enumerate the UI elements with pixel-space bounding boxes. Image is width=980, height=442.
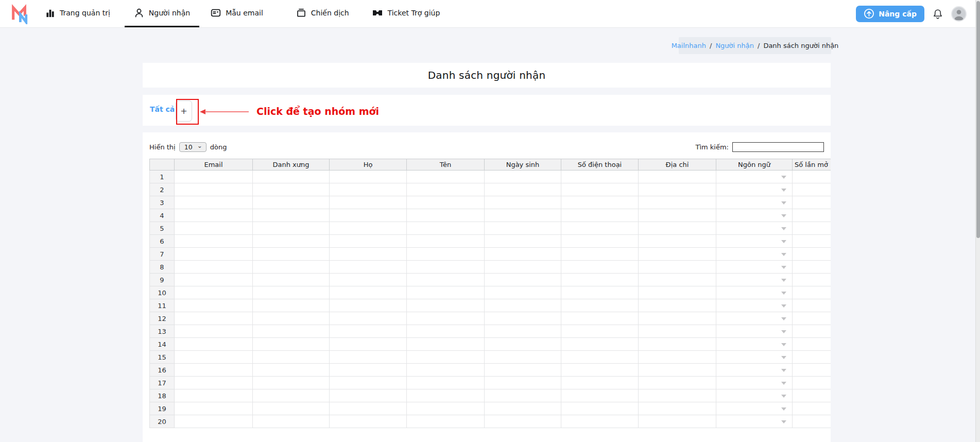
grid-cell[interactable] (561, 389, 639, 402)
grid-cell[interactable] (793, 402, 831, 415)
grid-cell[interactable] (330, 338, 407, 351)
nav-item-support-ticket[interactable]: Ticket Trợ giúp (363, 0, 450, 27)
language-dropdown-icon[interactable] (781, 420, 786, 423)
grid-cell[interactable] (253, 402, 330, 415)
grid-cell[interactable] (175, 274, 253, 286)
language-dropdown-icon[interactable] (781, 189, 786, 192)
grid-cell[interactable] (485, 312, 561, 325)
grid-cell[interactable] (793, 183, 831, 196)
grid-cell[interactable] (793, 286, 831, 299)
grid-cell[interactable] (716, 274, 793, 286)
grid-cell[interactable] (639, 325, 716, 338)
grid-cell[interactable] (561, 312, 639, 325)
grid-cell[interactable] (253, 209, 330, 222)
grid-cell[interactable] (175, 222, 253, 235)
grid-cell[interactable] (175, 299, 253, 312)
grid-cell[interactable] (793, 209, 831, 222)
grid-cell[interactable] (253, 299, 330, 312)
language-dropdown-icon[interactable] (781, 369, 786, 372)
grid-cell[interactable] (253, 222, 330, 235)
grid-cell[interactable] (407, 261, 485, 274)
grid-cell[interactable] (639, 248, 716, 261)
grid-cell[interactable] (407, 364, 485, 377)
grid-cell[interactable] (330, 402, 407, 415)
grid-cell[interactable] (175, 248, 253, 261)
grid-cell[interactable] (485, 209, 561, 222)
grid-cell[interactable] (175, 377, 253, 389)
grid-cell[interactable] (561, 415, 639, 428)
grid-cell[interactable] (639, 338, 716, 351)
grid-cell[interactable] (407, 286, 485, 299)
grid-cell[interactable] (253, 312, 330, 325)
bell-icon[interactable] (932, 8, 943, 20)
grid-cell[interactable] (639, 171, 716, 183)
grid-cell[interactable] (485, 261, 561, 274)
grid-cell[interactable] (407, 209, 485, 222)
grid-cell[interactable] (407, 248, 485, 261)
grid-cell[interactable] (330, 351, 407, 364)
grid-cell[interactable] (330, 196, 407, 209)
grid-cell[interactable] (639, 351, 716, 364)
grid-cell[interactable] (639, 183, 716, 196)
language-dropdown-icon[interactable] (781, 240, 786, 243)
grid-cell[interactable] (485, 235, 561, 248)
language-dropdown-icon[interactable] (781, 382, 786, 385)
grid-cell[interactable] (175, 338, 253, 351)
language-dropdown-icon[interactable] (781, 214, 786, 217)
grid-cell[interactable] (793, 171, 831, 183)
breadcrumb-link-recipients[interactable]: Người nhận (715, 42, 754, 49)
grid-cell[interactable] (639, 402, 716, 415)
grid-cell[interactable] (485, 415, 561, 428)
grid-cell[interactable] (793, 299, 831, 312)
grid-cell[interactable] (407, 377, 485, 389)
grid-cell[interactable] (485, 286, 561, 299)
grid-cell[interactable] (561, 364, 639, 377)
language-dropdown-icon[interactable] (781, 176, 786, 179)
grid-cell[interactable] (793, 274, 831, 286)
grid-cell[interactable] (253, 364, 330, 377)
grid-cell[interactable] (253, 274, 330, 286)
language-dropdown-icon[interactable] (781, 266, 786, 269)
grid-cell[interactable] (330, 222, 407, 235)
grid-cell[interactable] (485, 351, 561, 364)
grid-cell[interactable] (485, 222, 561, 235)
grid-cell[interactable] (485, 325, 561, 338)
upgrade-button[interactable]: Nâng cấp (856, 6, 924, 22)
language-dropdown-icon[interactable] (781, 201, 786, 205)
grid-cell[interactable] (407, 325, 485, 338)
grid-cell[interactable] (330, 415, 407, 428)
grid-cell[interactable] (330, 235, 407, 248)
grid-cell[interactable] (253, 338, 330, 351)
grid-cell[interactable] (253, 351, 330, 364)
grid-cell[interactable] (407, 338, 485, 351)
grid-cell[interactable] (407, 235, 485, 248)
grid-cell[interactable] (253, 171, 330, 183)
grid-cell[interactable] (253, 415, 330, 428)
grid-cell[interactable] (330, 261, 407, 274)
breadcrumb-link-mailnhanh[interactable]: Mailnhanh (672, 42, 706, 49)
grid-cell[interactable] (793, 261, 831, 274)
grid-cell[interactable] (639, 274, 716, 286)
grid-cell[interactable] (253, 325, 330, 338)
grid-cell[interactable] (175, 235, 253, 248)
language-dropdown-icon[interactable] (781, 330, 786, 333)
grid-cell[interactable] (253, 261, 330, 274)
grid-cell[interactable] (561, 261, 639, 274)
grid-cell[interactable] (793, 351, 831, 364)
grid-cell[interactable] (639, 286, 716, 299)
grid-cell[interactable] (639, 235, 716, 248)
page-size-select[interactable]: 10 ⌄ (179, 142, 207, 152)
grid-cell[interactable] (561, 351, 639, 364)
grid-cell[interactable] (793, 325, 831, 338)
avatar[interactable] (951, 6, 967, 22)
grid-cell[interactable] (561, 209, 639, 222)
grid-cell[interactable] (330, 377, 407, 389)
language-dropdown-icon[interactable] (781, 317, 786, 320)
grid-cell[interactable] (639, 261, 716, 274)
grid-cell[interactable] (175, 325, 253, 338)
grid-cell[interactable] (716, 183, 793, 196)
page-scrollbar[interactable] (975, 0, 980, 442)
grid-cell[interactable] (716, 235, 793, 248)
language-dropdown-icon[interactable] (781, 292, 786, 295)
grid-cell[interactable] (716, 248, 793, 261)
